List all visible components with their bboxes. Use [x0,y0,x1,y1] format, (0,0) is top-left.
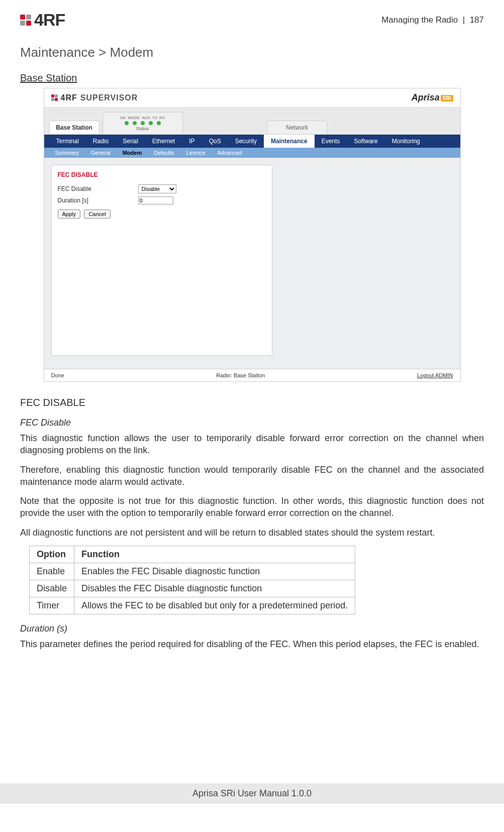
cancel-button[interactable]: Cancel [84,210,110,219]
paragraph: Note that the opposite is not true for t… [20,495,484,519]
duration-input[interactable] [138,196,173,204]
status-panel: OK MODE AUX TX RX Status [103,112,183,134]
table-row: Timer Allows the FEC to be disabled but … [30,597,355,614]
paragraph: All diagnostic functions are not persist… [20,527,484,539]
subheading-fec-disable: FEC Disable [20,418,484,428]
nav-terminal[interactable]: Terminal [49,135,86,148]
led-tx-icon [149,121,153,125]
brand-logo: 4RF [20,10,65,30]
nav2-summary[interactable]: Summary [49,148,85,158]
logo-dots-icon [51,94,58,101]
led-aux-icon [141,121,145,125]
nav2-advanced[interactable]: Advanced [211,148,248,158]
supervisor-screenshot: 4RF SUPERVISOR AprisaSRi Base Station OK… [44,88,461,382]
nav-ethernet[interactable]: Ethernet [145,135,182,148]
nav-software[interactable]: Software [347,135,384,148]
section-heading: Base Station [20,72,484,84]
nav-monitoring[interactable]: Monitoring [385,135,427,148]
paragraph: Therefore, enabling this diagnostic func… [20,464,484,488]
options-table: Option Function Enable Enables the FEC D… [29,546,355,614]
nav-radio[interactable]: Radio [86,135,116,148]
heading-fec-disable: FEC DISABLE [20,397,484,408]
status-center: Radio: Base Station [216,372,265,378]
page-number: 187 [470,15,484,25]
fec-disable-select[interactable]: Disable [138,184,176,193]
supervisor-label: SUPERVISOR [80,93,138,102]
paragraph: This diagnostic function allows the user… [20,432,484,457]
page-header-right: Managing the Radio | 187 [381,15,484,25]
nav-events[interactable]: Events [315,135,347,148]
page-footer: Aprisa SRi User Manual 1.0.0 [0,783,504,804]
duration-label: Duration [s] [58,197,133,204]
subheading-duration: Duration (s) [20,623,484,634]
nav2-general[interactable]: General [85,148,117,158]
col-option: Option [30,546,74,563]
nav2-licence[interactable]: Licence [180,148,212,158]
aprisa-logo: AprisaSRi [412,92,453,103]
tab-base-station[interactable]: Base Station [49,121,99,134]
secondary-nav: Summary General Modem Defaults Licence A… [44,148,460,158]
nav-serial[interactable]: Serial [116,135,145,148]
col-function: Function [74,546,355,563]
supervisor-logo: 4RF SUPERVISOR [51,93,138,102]
section-name: Managing the Radio [381,15,458,25]
fec-disable-label: FEC Disable [58,185,133,192]
nav-ip[interactable]: IP [182,135,201,148]
apply-button[interactable]: Apply [58,210,81,219]
nav-qos[interactable]: QoS [202,135,228,148]
nav2-defaults[interactable]: Defaults [148,148,180,158]
logo-dots-icon [20,15,31,26]
led-ok-icon [125,121,129,125]
paragraph: This parameter defines the period requir… [20,638,484,650]
breadcrumb: Maintenance > Modem [20,45,484,60]
led-rx-icon [157,121,161,125]
tab-network[interactable]: Network [267,121,327,134]
primary-nav: Terminal Radio Serial Ethernet IP QoS Se… [44,135,460,148]
status-left: Done [51,372,64,378]
nav-maintenance[interactable]: Maintenance [264,135,315,148]
table-row: Disable Disables the FEC Disable diagnos… [30,580,355,597]
nav2-modem[interactable]: Modem [117,148,148,158]
nav-security[interactable]: Security [228,135,264,148]
panel-title: FEC DISABLE [58,171,266,178]
supervisor-brand: 4RF [61,93,77,102]
brand-text: 4RF [34,10,65,30]
fec-disable-panel: FEC DISABLE FEC Disable Disable Duration… [51,165,272,356]
table-row: Enable Enables the FEC Disable diagnosti… [30,563,355,580]
logout-link[interactable]: Logout ADMIN [417,372,453,378]
led-mode-icon [133,121,137,125]
